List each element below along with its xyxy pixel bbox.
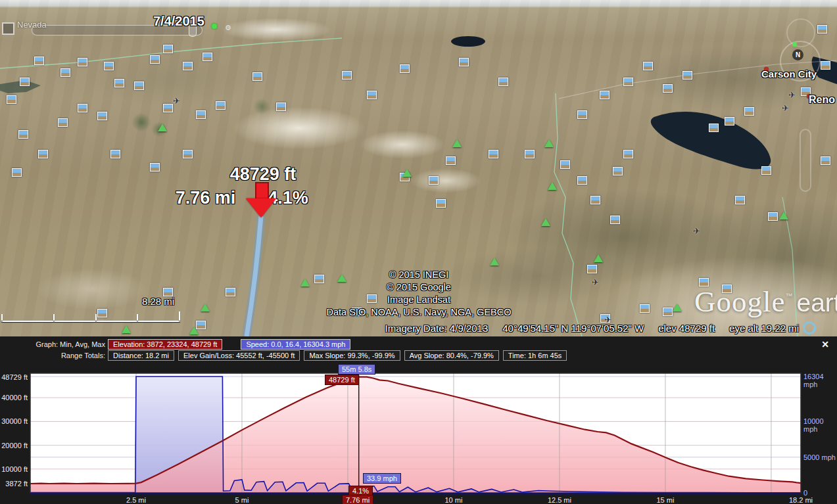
photo-icon[interactable] bbox=[60, 68, 70, 77]
photo-icon[interactable] bbox=[400, 64, 410, 73]
time-slider-settings-icon[interactable]: ⚙ bbox=[225, 24, 231, 32]
airplane-icon[interactable]: ✈ bbox=[788, 90, 796, 100]
logo-tm: ™ bbox=[785, 292, 792, 300]
photo-icon[interactable] bbox=[613, 167, 623, 175]
photo-icon[interactable] bbox=[623, 78, 633, 86]
photo-icon[interactable] bbox=[226, 288, 235, 296]
google-earth-window: ✈✈✈✈✈✈ ⚙ 7/4/2015 Nevada 48729 ft 7.76 m… bbox=[0, 0, 837, 504]
photo-icon[interactable] bbox=[663, 84, 673, 93]
photo-icon[interactable] bbox=[18, 130, 28, 139]
photo-icon[interactable] bbox=[663, 308, 673, 316]
overview-map-icon[interactable] bbox=[2, 22, 14, 35]
photo-icon[interactable] bbox=[446, 156, 456, 165]
logo-google: Google bbox=[694, 285, 785, 318]
city-label-reno: Reno bbox=[809, 94, 835, 106]
photo-icon[interactable] bbox=[623, 150, 633, 158]
photo-icon[interactable] bbox=[821, 156, 830, 165]
photo-icon[interactable] bbox=[643, 62, 653, 70]
photo-icon[interactable] bbox=[183, 62, 193, 70]
map-viewport[interactable]: ✈✈✈✈✈✈ ⚙ 7/4/2015 Nevada 48729 ft 7.76 m… bbox=[0, 0, 837, 336]
placemark-triangle-icon[interactable] bbox=[122, 325, 131, 333]
placemark-triangle-icon[interactable] bbox=[402, 169, 412, 177]
photo-icon[interactable] bbox=[525, 150, 535, 158]
photo-icon[interactable] bbox=[498, 78, 508, 86]
placemark-triangle-icon[interactable] bbox=[490, 258, 499, 265]
placemark-triangle-icon[interactable] bbox=[452, 139, 462, 147]
photo-icon[interactable] bbox=[104, 62, 114, 70]
photo-icon[interactable] bbox=[196, 110, 206, 119]
placemark-triangle-icon[interactable] bbox=[594, 254, 603, 262]
placemark-triangle-icon[interactable] bbox=[158, 124, 167, 131]
placemark-triangle-icon[interactable] bbox=[541, 218, 550, 226]
airplane-icon[interactable]: ✈ bbox=[173, 96, 180, 106]
distance-axis-tick: 5 mi bbox=[224, 496, 260, 504]
status-bar: Imagery Date: 4/9/2013 40°49'54.15" N 11… bbox=[385, 323, 800, 334]
photo-icon[interactable] bbox=[709, 124, 719, 132]
scale-tick bbox=[53, 314, 55, 321]
photo-icon[interactable] bbox=[725, 117, 734, 126]
photo-icon[interactable] bbox=[489, 150, 498, 158]
photo-icon[interactable] bbox=[761, 166, 771, 175]
boundary-line bbox=[0, 38, 342, 68]
placemark-triangle-icon[interactable] bbox=[779, 212, 788, 219]
airplane-icon[interactable]: ✈ bbox=[782, 103, 789, 113]
imagery-date: Imagery Date: 4/9/2013 bbox=[385, 323, 489, 334]
photo-icon[interactable] bbox=[821, 61, 830, 70]
elevation-speed-chart[interactable] bbox=[0, 336, 837, 504]
measurement-arrow-head-icon bbox=[246, 198, 276, 218]
elevation-profile-panel: Graph: Min, Avg, MaxElevation: 3872, 233… bbox=[0, 336, 837, 504]
photo-icon[interactable] bbox=[20, 78, 30, 86]
placemark-triangle-icon[interactable] bbox=[548, 182, 557, 190]
photo-icon[interactable] bbox=[163, 104, 173, 112]
time-slider-play-icon[interactable] bbox=[212, 24, 217, 29]
photo-icon[interactable] bbox=[134, 81, 144, 90]
zoom-slider[interactable] bbox=[800, 129, 811, 192]
photo-icon[interactable] bbox=[163, 45, 173, 53]
photo-icon[interactable] bbox=[682, 71, 692, 80]
photo-icon[interactable] bbox=[78, 58, 87, 66]
photo-icon[interactable] bbox=[577, 110, 587, 119]
photo-icon[interactable] bbox=[150, 55, 160, 64]
photo-icon[interactable] bbox=[34, 57, 44, 65]
photo-icon[interactable] bbox=[203, 53, 212, 61]
photo-icon[interactable] bbox=[429, 176, 439, 185]
photo-icon[interactable] bbox=[110, 150, 120, 158]
photo-icon[interactable] bbox=[276, 103, 286, 111]
compass-north-button[interactable]: N bbox=[792, 49, 803, 60]
airplane-icon[interactable]: ✈ bbox=[592, 277, 599, 287]
photo-icon[interactable] bbox=[600, 91, 610, 99]
photo-icon[interactable] bbox=[97, 309, 107, 317]
photo-icon[interactable] bbox=[744, 107, 754, 116]
photo-icon[interactable] bbox=[577, 176, 587, 185]
photo-icon[interactable] bbox=[114, 79, 124, 87]
photo-icon[interactable] bbox=[590, 196, 600, 204]
photo-icon[interactable] bbox=[459, 58, 469, 66]
photo-icon[interactable] bbox=[12, 168, 22, 177]
placemark-triangle-icon[interactable] bbox=[673, 304, 682, 311]
placemark-triangle-icon[interactable] bbox=[201, 304, 210, 311]
photo-icon[interactable] bbox=[560, 160, 570, 169]
photo-icon[interactable] bbox=[97, 112, 107, 120]
photo-icon[interactable] bbox=[587, 265, 597, 273]
photo-icon[interactable] bbox=[817, 25, 827, 34]
placemark-triangle-icon[interactable] bbox=[189, 327, 199, 334]
photo-icon[interactable] bbox=[183, 150, 193, 158]
photo-icon[interactable] bbox=[735, 196, 745, 204]
photo-icon[interactable] bbox=[150, 163, 160, 172]
photo-icon[interactable] bbox=[436, 199, 446, 208]
photo-icon[interactable] bbox=[367, 91, 377, 99]
photo-icon[interactable] bbox=[78, 104, 87, 112]
copyright-line: © 2015 Google bbox=[254, 281, 583, 294]
airplane-icon[interactable]: ✈ bbox=[693, 226, 700, 236]
photo-icon[interactable] bbox=[252, 72, 262, 81]
photo-icon[interactable] bbox=[7, 95, 16, 104]
photo-icon[interactable] bbox=[768, 212, 778, 221]
speed-axis-tick: 5000 mph bbox=[803, 453, 836, 461]
placemark-triangle-icon[interactable] bbox=[544, 139, 554, 147]
photo-icon[interactable] bbox=[640, 304, 650, 313]
photo-icon[interactable] bbox=[38, 150, 48, 158]
photo-icon[interactable] bbox=[610, 216, 620, 224]
photo-icon[interactable] bbox=[342, 71, 352, 80]
photo-icon[interactable] bbox=[58, 118, 68, 127]
photo-icon[interactable] bbox=[216, 101, 226, 110]
